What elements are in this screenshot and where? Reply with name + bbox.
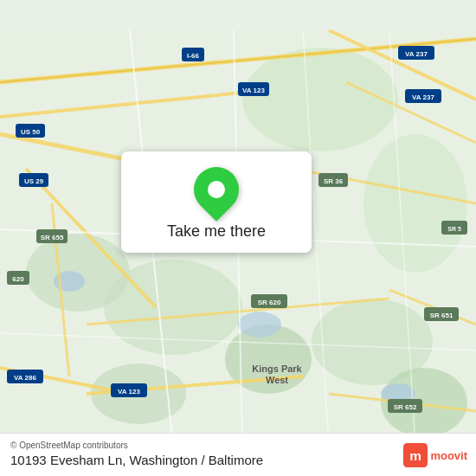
svg-text:I-66: I-66 <box>187 52 199 60</box>
pin-inner-circle <box>208 181 225 198</box>
moovit-logo-icon: m <box>403 443 428 467</box>
svg-text:SR 655: SR 655 <box>41 234 64 241</box>
moovit-logo: m moovit <box>403 443 467 467</box>
svg-text:m: m <box>410 448 422 463</box>
take-me-there-label: Take me there <box>167 222 266 241</box>
take-me-there-button[interactable]: Take me there <box>121 151 312 253</box>
svg-text:VA 237: VA 237 <box>412 93 434 101</box>
svg-text:620: 620 <box>12 275 24 283</box>
svg-point-10 <box>238 312 281 338</box>
svg-text:SR 36: SR 36 <box>324 177 344 185</box>
bottom-info-bar: © OpenStreetMap contributors 10193 Evesh… <box>0 433 476 476</box>
svg-text:US 29: US 29 <box>24 177 44 185</box>
svg-text:VA 286: VA 286 <box>14 374 36 382</box>
location-pin-icon <box>184 158 248 222</box>
svg-text:SR 652: SR 652 <box>394 403 417 411</box>
svg-point-4 <box>363 134 467 273</box>
map-attribution: © OpenStreetMap contributors <box>10 441 466 450</box>
svg-text:SR 5: SR 5 <box>447 226 461 232</box>
map-container: I-66 VA 123 VA 237 VA 237 US 50 US 29 SR… <box>0 0 476 476</box>
svg-text:VA 123: VA 123 <box>242 87 265 94</box>
svg-text:SR 620: SR 620 <box>258 299 281 306</box>
svg-text:SR 651: SR 651 <box>430 312 453 319</box>
svg-text:VA 237: VA 237 <box>405 50 428 58</box>
svg-point-3 <box>242 48 398 151</box>
moovit-text: moovit <box>430 449 467 462</box>
address-text: 10193 Evesham Ln, Washington / Baltimore <box>10 453 263 467</box>
svg-text:Kings Park: Kings Park <box>252 363 302 374</box>
svg-text:VA 123: VA 123 <box>118 388 140 396</box>
svg-text:West: West <box>266 375 288 385</box>
svg-text:US 50: US 50 <box>21 128 41 136</box>
